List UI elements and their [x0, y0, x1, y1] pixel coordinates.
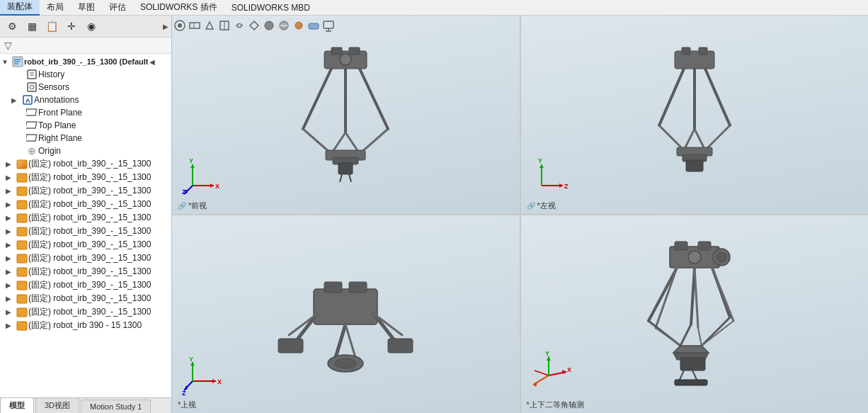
robot-left [521, 16, 869, 214]
part9-expander[interactable]: ▶ [6, 281, 16, 289]
doc-btn[interactable]: 📋 [42, 18, 61, 35]
axis-svg-left: Z Y [531, 157, 570, 196]
toolbar-expand-arrow[interactable]: ▶ [163, 23, 169, 30]
iso-label-text: *上下二等角轴测 [527, 400, 584, 409]
tree-top-plane[interactable]: Top Plane [0, 119, 171, 132]
part6-label: (固定) robot_irb_390_-_15_1300 [28, 239, 151, 251]
menu-item-1[interactable]: 布局 [40, 0, 71, 15]
tree-annotations[interactable]: ▶ A Annotations [0, 94, 171, 106]
part5-expander[interactable]: ▶ [6, 227, 16, 235]
tree-part-8[interactable]: ▶ (固定) robot_irb_390_-_15_1300 [0, 265, 171, 278]
svg-rect-39 [324, 21, 333, 28]
tree-part-12[interactable]: ▶ (固定) robot_irb 390 - 15 1300 [0, 319, 171, 332]
vp-tool-7[interactable] [263, 19, 275, 32]
svg-line-125 [702, 321, 733, 346]
viewport-left[interactable]: Z Y 🔗 *左视 [521, 16, 869, 214]
svg-rect-26 [17, 322, 27, 330]
part0-expander[interactable]: ▶ [6, 160, 16, 168]
svg-line-119 [712, 268, 733, 321]
grid-btn[interactable]: ▦ [23, 18, 41, 35]
svg-line-122 [680, 324, 691, 346]
svg-rect-24 [17, 295, 27, 303]
tree-origin[interactable]: ⊕ Origin [0, 145, 171, 157]
svg-marker-84 [539, 164, 544, 168]
svg-marker-59 [210, 183, 214, 188]
tree-part-3[interactable]: ▶ (固定) robot_irb_390_-_15_1300 [0, 198, 171, 211]
part11-label: (固定) robot_irb_390_-_15_1300 [28, 306, 151, 318]
menu-item-5[interactable]: SOLIDWORKS MBD [224, 1, 317, 14]
vp-tool-2[interactable] [188, 19, 201, 32]
part8-expander[interactable]: ▶ [6, 268, 16, 276]
svg-rect-12 [26, 122, 37, 128]
svg-rect-21 [17, 254, 27, 263]
viewport-top[interactable]: X Z Y *上视 [172, 215, 520, 414]
svg-rect-17 [17, 200, 27, 209]
part2-expander[interactable]: ▶ [6, 187, 16, 195]
svg-line-139 [533, 375, 549, 385]
tab-model[interactable]: 模型 [0, 397, 34, 413]
tree-part-0[interactable]: ▶ (固定) robot_irb_390_-_15_1300 [0, 157, 171, 171]
vp-tool-3[interactable] [203, 19, 216, 32]
svg-point-98 [335, 358, 356, 368]
tree-sensors[interactable]: Sensors [0, 81, 171, 94]
part10-expander[interactable]: ▶ [6, 295, 16, 302]
color-btn[interactable]: ◉ [82, 18, 101, 35]
svg-line-124 [702, 317, 730, 346]
part4-expander[interactable]: ▶ [6, 214, 16, 222]
tree-part-9[interactable]: ▶ (固定) robot_irb_390_-_15_1300 [0, 278, 171, 292]
tree-history[interactable]: History [0, 68, 171, 81]
menu-item-3[interactable]: 评估 [102, 0, 133, 15]
menu-item-2[interactable]: 草图 [71, 0, 102, 15]
tree-part-2[interactable]: ▶ (固定) robot_irb_390_-_15_1300 [0, 184, 171, 198]
tree-part-10[interactable]: ▶ (固定) robot_irb_390_-_15_1300 [0, 292, 171, 305]
vp-tool-4[interactable] [218, 19, 231, 32]
feature-btn[interactable]: ⚙ [3, 18, 21, 35]
svg-marker-126 [673, 346, 709, 353]
vp-tool-monitor[interactable] [322, 19, 335, 32]
viewport-front[interactable]: X Y Z 🔗 *前视 [172, 16, 520, 214]
menu-item-0[interactable]: 装配体 [0, 0, 40, 16]
svg-marker-133 [562, 370, 566, 374]
root-expander[interactable]: ▼ [1, 58, 11, 66]
svg-text:Z: Z [564, 183, 569, 190]
filter-icon[interactable]: ▽ [4, 40, 12, 51]
tree-front-plane[interactable]: Front Plane [0, 106, 171, 119]
tree-area[interactable]: ▼ robot_irb_390_-_15_1300 (Default ◀ His… [0, 54, 171, 397]
menu-item-4[interactable]: SOLIDWORKS 插件 [133, 0, 224, 15]
root-node[interactable]: ▼ robot_irb_390_-_15_1300 (Default ◀ [0, 55, 171, 68]
tree-part-1[interactable]: ▶ (固定) robot_irb_390_-_15_1300 [0, 171, 171, 184]
vp-tool-8[interactable] [278, 19, 290, 32]
vp-tool-6[interactable] [248, 19, 261, 32]
part6-expander[interactable]: ▶ [6, 241, 16, 249]
part2-label: (固定) robot_irb_390_-_15_1300 [28, 185, 151, 197]
tree-part-6[interactable]: ▶ (固定) robot_irb_390_-_15_1300 [0, 238, 171, 251]
tree-part-5[interactable]: ▶ (固定) robot_irb_390_-_15_1300 [0, 225, 171, 238]
front-plane-label: Front Plane [38, 108, 82, 118]
tree-part-7[interactable]: ▶ (固定) robot_irb_390_-_15_1300 [0, 251, 171, 265]
tree-part-11[interactable]: ▶ (固定) robot_irb_390_-_15_1300 [0, 305, 171, 319]
vp-tool-1[interactable] [173, 19, 186, 32]
part3-expander[interactable]: ▶ [6, 200, 16, 208]
part7-expander[interactable]: ▶ [6, 254, 16, 262]
left-label-text: *左视 [537, 200, 556, 211]
part11-expander[interactable]: ▶ [6, 308, 16, 316]
tree-right-plane[interactable]: Right Plane [0, 132, 171, 145]
tab-3dview[interactable]: 3D视图 [35, 397, 79, 413]
svg-line-46 [303, 69, 331, 129]
tree-part-4[interactable]: ▶ (固定) robot_irb_390_-_15_1300 [0, 211, 171, 225]
vp-tool-10[interactable] [307, 19, 320, 32]
origin-icon: ⊕ [25, 145, 38, 157]
annotations-expander[interactable]: ▶ [11, 96, 21, 104]
part12-expander[interactable]: ▶ [6, 322, 16, 329]
vp-tool-5[interactable] [233, 19, 246, 32]
part1-expander[interactable]: ▶ [6, 174, 16, 181]
iso-view-label: *上下二等角轴测 [527, 400, 584, 410]
svg-text:A: A [25, 97, 30, 104]
tab-motion-study[interactable]: Motion Study 1 [81, 400, 151, 413]
viewport-iso[interactable]: X Y *上下二等角轴测 [521, 215, 869, 414]
svg-line-72 [705, 69, 730, 125]
vp-tool-9[interactable] [292, 19, 305, 32]
plus-btn[interactable]: ✛ [62, 18, 81, 35]
svg-line-76 [705, 125, 730, 150]
svg-rect-18 [17, 214, 27, 222]
